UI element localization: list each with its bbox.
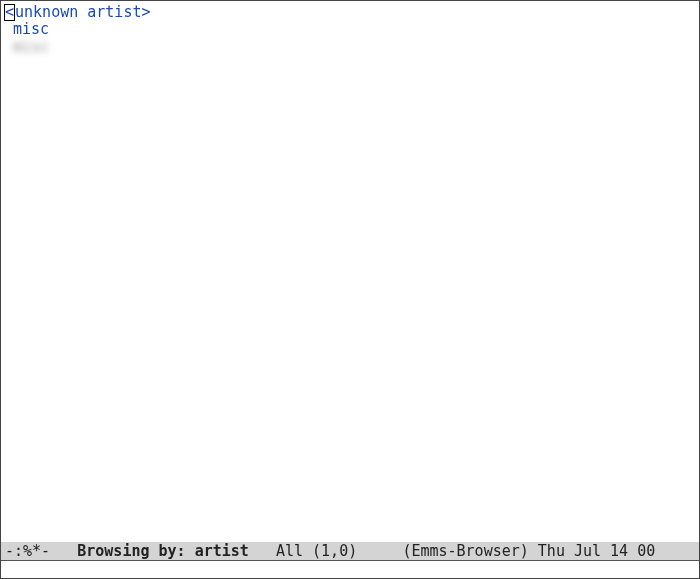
artist-name: unknown artist> (15, 3, 150, 21)
modeline-title: Browsing by: artist (77, 542, 249, 560)
modeline-position: All (276, 542, 303, 560)
modeline-mode: (Emms-Browser) (402, 542, 528, 560)
track-name: misc (4, 39, 49, 56)
modeline-datetime: Thu Jul 14 00 (538, 542, 655, 560)
minibuffer[interactable] (1, 560, 699, 578)
track-entry[interactable]: misc (4, 39, 699, 56)
emacs-buffer[interactable]: <unknown artist> misc misc (4, 4, 699, 542)
mode-line: -:%*- Browsing by: artist All (1,0) (Emm… (1, 542, 699, 560)
modeline-coords: (1,0) (312, 542, 357, 560)
text-cursor: < (4, 4, 15, 21)
album-entry[interactable]: misc (4, 21, 699, 38)
artist-entry[interactable]: <unknown artist> (4, 4, 699, 21)
modeline-prefix: -:%*- (5, 542, 50, 560)
